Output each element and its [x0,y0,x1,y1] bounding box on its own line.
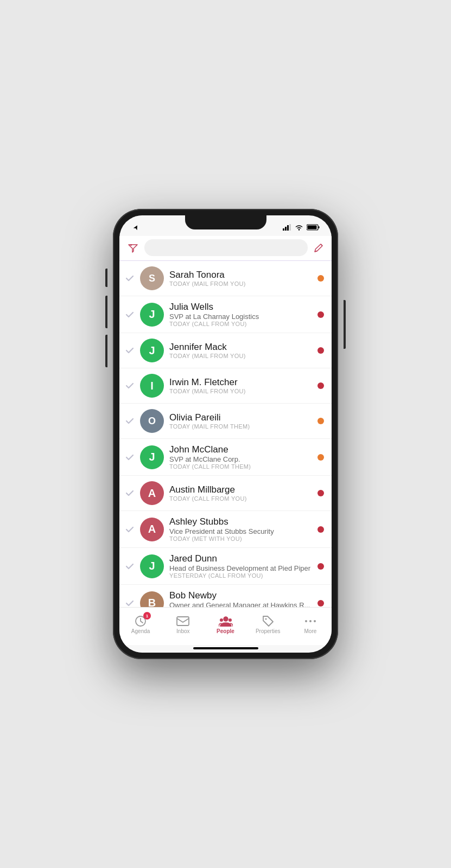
contact-title: Vice President at Stubbs Security [169,527,313,535]
avatar: J [140,339,164,362]
svg-rect-10 [177,617,189,626]
list-item[interactable]: IIrwin M. FletcherTODAY (MAIL FROM YOU) [119,368,332,404]
list-item[interactable]: AAustin MillbargeTODAY (CALL FROM YOU) [119,476,332,511]
avatar: J [140,445,164,469]
battery-icon [307,224,320,231]
people-tab-icon [219,614,233,627]
avatar: S [140,266,164,290]
status-icons [283,224,320,231]
svg-rect-3 [287,225,289,231]
avatar: J [140,554,164,578]
contact-name: Austin Millbarge [169,484,313,495]
contact-name: Sarah Tonora [169,270,313,280]
list-item[interactable]: JJared DunnHead of Business Development … [119,548,332,585]
search-input[interactable] [144,239,308,256]
avatar: I [140,374,164,398]
contact-name: Irwin M. Fletcher [169,377,313,388]
contact-info: Bob NewbyOwner and General Manager at Ha… [169,590,313,607]
contact-date: YESTERDAY (CALL FROM YOU) [169,572,313,579]
svg-point-18 [314,620,316,622]
status-time [131,225,139,230]
check-icon [125,346,138,356]
status-dot [317,526,324,533]
svg-point-13 [220,618,223,622]
list-item[interactable]: OOlivia PareiliTODAY (MAIL FROM THEM) [119,404,332,439]
more-tab-icon [304,615,316,627]
compose-icon[interactable] [313,242,324,253]
contact-info: Jared DunnHead of Business Development a… [169,553,313,579]
volume-up-button [105,296,107,328]
list-item[interactable]: JJohn McClaneSVP at McClane Corp.TODAY (… [119,439,332,476]
svg-point-15 [265,618,266,620]
svg-point-12 [223,616,228,621]
svg-point-14 [228,618,232,622]
check-icon [125,598,138,607]
properties-tab-icon [262,614,274,627]
signal-icon [283,224,291,231]
svg-point-16 [305,620,307,622]
contact-title: Owner and General Manager at Hawkins R..… [169,601,313,607]
tab-agenda[interactable]: 1Agenda [119,612,162,636]
check-icon [125,524,138,534]
status-dot [317,454,324,461]
filter-icon[interactable] [127,241,139,254]
contact-date: TODAY (CALL FROM YOU) [169,495,313,502]
contact-name: Jared Dunn [169,553,313,564]
contact-info: Ashley StubbsVice President at Stubbs Se… [169,516,313,542]
contact-info: Irwin M. FletcherTODAY (MAIL FROM YOU) [169,377,313,394]
status-dot [317,418,324,424]
notch [185,215,266,229]
avatar: B [140,591,164,608]
tab-inbox[interactable]: Inbox [162,612,204,636]
svg-point-17 [309,620,312,622]
inbox-tab-label: Inbox [176,628,189,634]
contact-date: TODAY (CALL FROM YOU) [169,321,313,327]
list-item[interactable]: AAshley StubbsVice President at Stubbs S… [119,511,332,548]
contact-date: TODAY (MAIL FROM THEM) [169,423,313,430]
contact-name: Ashley Stubbs [169,516,313,527]
status-dot [317,600,324,607]
contact-info: Jennifer MackTODAY (MAIL FROM YOU) [169,342,313,359]
contact-date: TODAY (CALL FROM THEM) [169,463,313,470]
status-dot [317,311,324,318]
svg-marker-0 [134,225,139,230]
avatar: A [140,518,164,541]
status-dot [317,275,324,282]
check-icon [125,452,138,462]
list-item[interactable]: JJennifer MackTODAY (MAIL FROM YOU) [119,333,332,368]
contact-list[interactable]: SSarah TonoraTODAY (MAIL FROM YOU) JJuli… [119,261,332,607]
contact-info: John McClaneSVP at McClane Corp.TODAY (C… [169,444,313,470]
tab-more[interactable]: More [289,612,332,636]
tab-people[interactable]: People [204,612,246,636]
phone-frame: SSarah TonoraTODAY (MAIL FROM YOU) JJuli… [113,209,338,659]
list-item[interactable]: SSarah TonoraTODAY (MAIL FROM YOU) [119,261,332,296]
contact-date: TODAY (MAIL FROM YOU) [169,388,313,394]
agenda-tab-icon: 1 [135,614,147,627]
check-icon [125,561,138,571]
power-button [344,300,346,349]
agenda-tab-label: Agenda [131,628,150,634]
contact-info: Julia WellsSVP at La Charnay LogisticsTO… [169,302,313,327]
contact-date: TODAY (MAIL FROM YOU) [169,280,313,287]
contact-name: Jennifer Mack [169,342,313,353]
status-dot [317,563,324,570]
check-icon [125,488,138,499]
status-dot [317,347,324,354]
contact-title: Head of Business Development at Pied Pip… [169,564,313,572]
more-tab-label: More [304,628,317,634]
contact-name: Bob Newby [169,590,313,601]
svg-rect-4 [289,224,291,231]
list-item[interactable]: BBob NewbyOwner and General Manager at H… [119,585,332,607]
svg-rect-2 [285,227,287,231]
contact-info: Austin MillbargeTODAY (CALL FROM YOU) [169,484,313,502]
status-dot [317,382,324,389]
tab-bar: 1Agenda Inbox People Properties More [119,607,332,645]
tab-properties[interactable]: Properties [247,612,289,636]
location-arrow-icon [134,225,139,230]
contact-info: Olivia PareiliTODAY (MAIL FROM THEM) [169,412,313,430]
list-item[interactable]: JJulia WellsSVP at La Charnay LogisticsT… [119,296,332,333]
contact-name: Julia Wells [169,302,313,312]
contact-info: Sarah TonoraTODAY (MAIL FROM YOU) [169,270,313,287]
avatar: J [140,303,164,327]
inbox-tab-icon [176,615,189,627]
